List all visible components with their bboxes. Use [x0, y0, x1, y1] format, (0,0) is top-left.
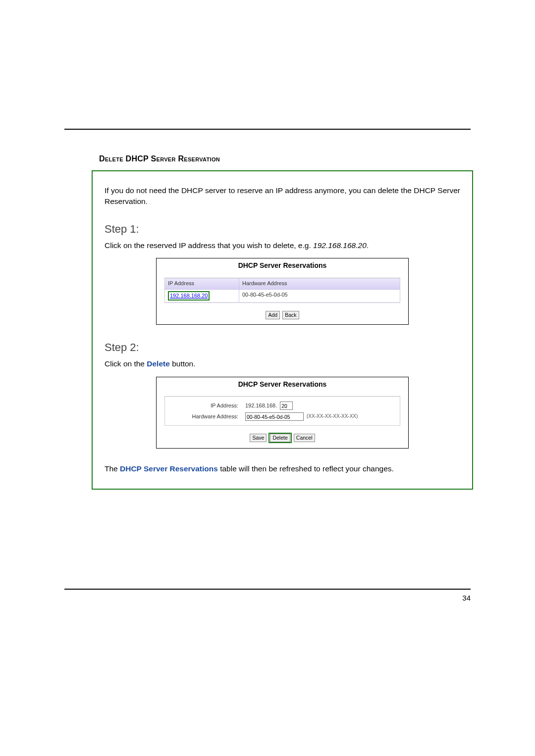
step2-body: Click on the Delete button. [105, 358, 460, 369]
header-rule [64, 129, 471, 130]
panel1-buttons: Add Back [157, 307, 408, 324]
form-row-ip: IP Address: 192.168.168. [174, 402, 391, 410]
conclusion-suffix: table will then be refreshed to reflect … [218, 464, 394, 473]
conclusion-prefix: The [105, 464, 120, 473]
reserved-ip-link[interactable]: 192.168.168.20 [170, 293, 208, 299]
ip-prefix: 192.168.168. [245, 402, 277, 410]
form-row-hw: Hardware Address: (XX-XX-XX-XX-XX-XX) [174, 412, 391, 421]
panel-reservation-edit: DHCP Server Reservations IP Address: 192… [156, 377, 409, 449]
panel2-form: IP Address: 192.168.168. Hardware Addres… [164, 396, 400, 426]
table-row: 192.168.168.20 00-80-45-e5-0d-05 [165, 290, 400, 303]
col-header-ip: IP Address [165, 278, 239, 289]
delete-highlight-frame: Delete [268, 433, 291, 443]
step2-heading: Step 2: [105, 340, 460, 355]
save-button[interactable]: Save [250, 434, 267, 442]
hw-address-input[interactable] [245, 412, 304, 421]
ip-highlight-frame: 192.168.168.20 [168, 291, 210, 301]
conclusion-bold: DHCP Server Reservations [120, 464, 218, 473]
label-hw: Hardware Address: [174, 413, 245, 421]
label-ip: IP Address: [174, 402, 245, 410]
panel-reservations-list: DHCP Server Reservations IP Address Hard… [156, 258, 409, 325]
step1-body-suffix: . [367, 241, 369, 250]
panel2-buttons: Save Delete Cancel [157, 429, 408, 448]
conclusion-text: The DHCP Server Reservations table will … [105, 463, 460, 474]
value-ip: 192.168.168. [245, 402, 293, 410]
panel1-table: IP Address Hardware Address 192.168.168.… [164, 278, 400, 303]
section-title: Delete DHCP Server Reservation [99, 154, 471, 163]
step1-body: Click on the reserved IP address that yo… [105, 240, 460, 251]
step1-heading: Step 1: [105, 221, 460, 237]
step2-body-suffix: button. [170, 359, 196, 368]
step1-body-example: 192.168.168.20 [313, 241, 367, 250]
panel2-title: DHCP Server Reservations [157, 377, 408, 396]
table-header-row: IP Address Hardware Address [165, 278, 400, 290]
hw-format-hint: (XX-XX-XX-XX-XX-XX) [307, 413, 358, 420]
content-box: If you do not need the DHCP server to re… [92, 170, 473, 490]
step1-body-prefix: Click on the reserved IP address that yo… [105, 241, 313, 250]
delete-button[interactable]: Delete [270, 434, 290, 442]
step2-body-prefix: Click on the [105, 359, 147, 368]
value-hw: (XX-XX-XX-XX-XX-XX) [245, 412, 358, 421]
cell-hw: 00-80-45-e5-0d-05 [239, 290, 400, 302]
panel1-title: DHCP Server Reservations [157, 258, 408, 277]
step2-body-bold: Delete [147, 359, 170, 368]
intro-text: If you do not need the DHCP server to re… [105, 185, 460, 207]
back-button[interactable]: Back [282, 311, 299, 319]
cell-ip: 192.168.168.20 [165, 290, 239, 302]
footer-rule [64, 589, 471, 590]
cancel-button[interactable]: Cancel [294, 434, 315, 442]
add-button[interactable]: Add [266, 311, 280, 319]
col-header-hw: Hardware Address [239, 278, 400, 289]
page-number: 34 [64, 594, 471, 602]
ip-last-octet-input[interactable] [280, 402, 293, 410]
